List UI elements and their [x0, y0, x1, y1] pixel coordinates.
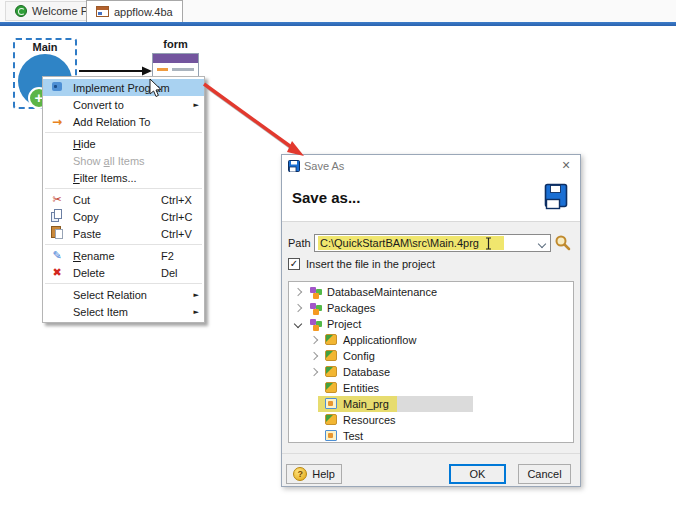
globe-icon [15, 5, 27, 17]
shortcut-label: Ctrl+C [161, 211, 192, 223]
menu-separator [45, 244, 202, 245]
shortcut-label: Del [161, 267, 178, 279]
scissors-icon: ✂ [47, 193, 67, 206]
menu-item-add-relation-to[interactable]: → Add Relation To [43, 113, 204, 130]
submenu-arrow-icon: ► [194, 308, 199, 316]
path-value-highlighted: C:\QuickStartBAM\src\Main.4prg [318, 236, 504, 250]
path-input[interactable]: C:\QuickStartBAM\src\Main.4prg [314, 234, 551, 252]
save-floppy-icon [544, 183, 568, 210]
cancel-button[interactable]: Cancel [518, 464, 571, 484]
main-node-label: Main [15, 41, 75, 53]
tree-item-databasemaintenance[interactable]: DatabaseMaintenance [289, 284, 573, 300]
folder-icon [325, 350, 337, 361]
package-icon [309, 286, 323, 299]
tree-item-config[interactable]: Config [289, 348, 573, 364]
menu-item-select-relation[interactable]: Select Relation ► [43, 286, 204, 303]
tree-item-entities[interactable]: Entities [289, 380, 573, 396]
project-tree: DatabaseMaintenance Packages Project App… [288, 281, 574, 443]
dialog-footer: ? Help OK Cancel [282, 453, 580, 488]
checkbox-checked-icon[interactable]: ✓ [288, 258, 300, 270]
menu-separator [45, 132, 202, 133]
menu-item-convert-to[interactable]: Convert to ► [43, 96, 204, 113]
program-file-icon [325, 398, 337, 409]
flow-document-icon [96, 6, 109, 17]
app-window: Welcome Page appflow.4ba Main + form Imp… [0, 0, 676, 522]
dialog-header: Save as... [282, 177, 580, 222]
copy-icon [47, 209, 67, 224]
path-row: Path : C:\QuickStartBAM\src\Main.4prg [282, 234, 580, 252]
menu-item-rename[interactable]: ✎ Rename F2 [43, 247, 204, 264]
save-as-dialog: Save As × Save as... Path : C:\QuickStar… [281, 154, 581, 487]
menu-separator [45, 283, 202, 284]
folder-icon [325, 334, 337, 345]
checkbox-label: Insert the file in the project [306, 258, 435, 270]
delete-icon: ✖ [47, 266, 67, 279]
form-node-label: form [152, 38, 199, 50]
shortcut-label: F2 [161, 250, 174, 262]
tree-item-resources[interactable]: Resources [289, 412, 573, 428]
tree-item-database[interactable]: Database [289, 364, 573, 380]
form-field-line [157, 68, 168, 71]
menu-item-select-item[interactable]: Select Item ► [43, 303, 204, 320]
submenu-arrow-icon: ► [194, 101, 199, 109]
ok-button[interactable]: OK [449, 464, 506, 484]
menu-separator [45, 188, 202, 189]
folder-icon [325, 414, 337, 425]
floppy-icon [288, 160, 300, 172]
close-icon[interactable]: × [558, 157, 574, 173]
tree-item-packages[interactable]: Packages [289, 300, 573, 316]
insert-file-checkbox-row[interactable]: ✓ Insert the file in the project [288, 257, 435, 271]
accent-divider [0, 22, 676, 26]
folder-icon [325, 382, 337, 393]
tab-bar: Welcome Page appflow.4ba [0, 0, 676, 22]
chevron-down-icon[interactable] [538, 240, 546, 248]
dialog-title: Save As [304, 160, 344, 172]
program-icon [47, 81, 67, 94]
shortcut-label: Ctrl+V [161, 228, 192, 240]
path-label: Path : [288, 237, 317, 249]
chevron-right-icon[interactable] [294, 304, 302, 312]
menu-item-hide[interactable]: Hide [43, 135, 204, 152]
menu-item-implement-program[interactable]: Implement Program [43, 79, 204, 96]
tree-item-test[interactable]: Test [289, 428, 573, 443]
dialog-title-bar[interactable]: Save As × [282, 155, 580, 177]
tree-item-project[interactable]: Project [289, 316, 573, 332]
menu-item-filter-items[interactable]: Filter Items... [43, 169, 204, 186]
help-icon: ? [293, 467, 307, 481]
text-caret [485, 237, 492, 250]
submenu-arrow-icon: ► [194, 291, 199, 299]
chevron-down-icon[interactable] [294, 320, 302, 328]
form-field-line [172, 68, 194, 71]
tab-appflow[interactable]: appflow.4ba [86, 0, 183, 22]
shortcut-label: Ctrl+X [161, 194, 192, 206]
chevron-right-icon[interactable] [310, 336, 318, 344]
paste-icon [47, 226, 67, 241]
folder-icon [325, 366, 337, 377]
menu-item-paste[interactable]: Paste Ctrl+V [43, 225, 204, 242]
tree-item-main-prg[interactable]: Main_prg [289, 396, 573, 412]
menu-item-delete[interactable]: ✖ Delete Del [43, 264, 204, 281]
form-header-bar [153, 54, 198, 63]
package-icon [309, 302, 323, 315]
chevron-right-icon[interactable] [310, 368, 318, 376]
dialog-heading: Save as... [292, 189, 360, 206]
chevron-right-icon[interactable] [294, 288, 302, 296]
help-button[interactable]: ? Help [286, 464, 342, 484]
menu-item-copy[interactable]: Copy Ctrl+C [43, 208, 204, 225]
context-menu: Implement Program Convert to ► → Add Rel… [42, 76, 205, 323]
tree-item-applicationflow[interactable]: Applicationflow [289, 332, 573, 348]
menu-item-show-all-items: Show all Items [43, 152, 204, 169]
menu-item-cut[interactable]: ✂ Cut Ctrl+X [43, 191, 204, 208]
tab-label: appflow.4ba [114, 6, 173, 18]
selection-band [397, 396, 473, 412]
chevron-right-icon[interactable] [310, 352, 318, 360]
program-file-icon [325, 430, 337, 441]
package-icon [309, 318, 323, 331]
orange-arrow-icon: → [47, 115, 67, 129]
rename-icon: ✎ [47, 249, 67, 262]
browse-search-icon[interactable] [554, 234, 571, 251]
